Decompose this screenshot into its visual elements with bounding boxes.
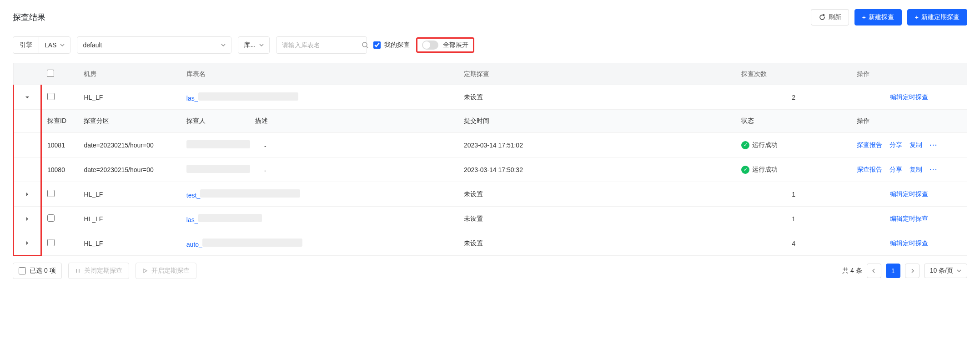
table-type-label: 库... <box>244 41 256 49</box>
row-check[interactable] <box>47 93 55 100</box>
cell-desc: - <box>264 167 266 174</box>
sub-row: 10081 date=20230215/hour=00 - 2023-03-14… <box>14 133 967 157</box>
edit-schedule-link[interactable]: 编辑定时探查 <box>890 215 928 222</box>
cell-count: 1 <box>736 207 851 231</box>
engine-label: 引擎 <box>13 37 39 53</box>
table-link[interactable]: test_ <box>186 192 200 199</box>
cell-desc: - <box>264 142 266 150</box>
search-input-wrap <box>276 36 367 54</box>
sub-th-status: 状态 <box>736 110 851 133</box>
table-link[interactable]: auto_ <box>186 241 202 248</box>
next-page-button[interactable] <box>905 264 920 278</box>
copy-link[interactable]: 复制 <box>910 141 922 149</box>
prev-page-button[interactable] <box>867 264 881 278</box>
cell-count: 2 <box>736 85 851 110</box>
copy-link[interactable]: 复制 <box>910 166 922 174</box>
sub-th-time: 提交时间 <box>458 110 736 133</box>
th-table: 库表名 <box>181 63 458 85</box>
row-check[interactable] <box>47 214 55 222</box>
close-schedule-button[interactable]: 关闭定期探查 <box>68 263 129 279</box>
refresh-button[interactable]: 刷新 <box>811 9 849 25</box>
table-type-select[interactable]: 库... <box>238 36 270 54</box>
search-input[interactable] <box>282 41 362 49</box>
expand-toggle[interactable] <box>23 190 32 199</box>
page-size-select[interactable]: 10 条/页 <box>924 264 967 278</box>
table-row: HL_LF auto_ 未设置 4 编辑定时探查 <box>14 231 967 256</box>
table-row: HL_LF las_ 未设置 2 编辑定时探查 <box>14 85 967 110</box>
th-check <box>41 63 79 85</box>
cell-schedule: 未设置 <box>458 182 736 207</box>
caret-right-icon <box>25 241 30 245</box>
engine-select[interactable]: 引擎 LAS <box>13 36 70 54</box>
new-scheduled-label: 新建定期探查 <box>921 13 960 21</box>
th-schedule: 定期探查 <box>458 63 736 85</box>
expand-toggle[interactable] <box>23 93 32 102</box>
obscured-text <box>198 92 298 101</box>
selected-label: 已选 0 项 <box>30 267 56 275</box>
th-expand <box>14 63 41 85</box>
cell-room: HL_LF <box>78 231 181 256</box>
row-check[interactable] <box>47 239 55 246</box>
refresh-label: 刷新 <box>829 13 841 21</box>
edit-schedule-link[interactable]: 编辑定时探查 <box>890 239 928 247</box>
my-probes-input[interactable] <box>373 41 381 49</box>
cell-probe-id: 10081 <box>41 133 79 157</box>
share-link[interactable]: 分享 <box>890 166 902 174</box>
plus-icon: + <box>862 14 866 21</box>
cell-room: HL_LF <box>78 182 181 207</box>
edit-schedule-link[interactable]: 编辑定时探查 <box>890 190 928 198</box>
chevron-left-icon <box>872 269 876 273</box>
cell-room: HL_LF <box>78 207 181 231</box>
table-link[interactable]: las_ <box>186 95 198 102</box>
page-header: 探查结果 刷新 + 新建探查 + 新建定期探查 <box>13 9 967 25</box>
chevron-down-icon <box>259 43 264 47</box>
page-1-button[interactable]: 1 <box>886 264 900 278</box>
header-actions: 刷新 + 新建探查 + 新建定期探查 <box>811 9 967 25</box>
total-label: 共 4 条 <box>842 267 862 275</box>
report-link[interactable]: 探查报告 <box>857 166 882 174</box>
new-probe-label: 新建探查 <box>869 13 894 21</box>
share-link[interactable]: 分享 <box>890 141 902 149</box>
selected-count-box: 已选 0 项 <box>13 263 62 279</box>
expand-toggle[interactable] <box>23 239 32 248</box>
new-scheduled-button[interactable]: + 新建定期探查 <box>907 9 967 25</box>
my-probes-checkbox[interactable]: 我的探查 <box>373 41 410 49</box>
expand-toggle[interactable] <box>23 214 32 223</box>
search-icon <box>362 41 369 49</box>
default-select[interactable]: default <box>77 36 231 54</box>
table-link[interactable]: las_ <box>186 216 198 223</box>
check-icon: ✓ <box>741 166 749 174</box>
close-schedule-label: 关闭定期探查 <box>84 267 122 275</box>
results-table: 机房 库表名 定期探查 探查次数 操作 HL_LF las_ 未设置 2 编辑定… <box>13 63 967 256</box>
caret-down-icon <box>25 95 30 100</box>
refresh-icon <box>819 14 826 21</box>
cell-schedule: 未设置 <box>458 231 736 256</box>
open-schedule-button[interactable]: 开启定期探查 <box>136 263 196 279</box>
cell-partition: date=20230215/hour=00 <box>78 157 181 182</box>
expand-all-switch-highlight: 全部展开 <box>416 37 474 53</box>
pause-icon <box>75 268 80 274</box>
report-link[interactable]: 探查报告 <box>857 141 882 149</box>
row-check[interactable] <box>47 190 55 197</box>
default-value: default <box>83 41 102 49</box>
th-count: 探查次数 <box>736 63 851 85</box>
more-icon[interactable]: ··· <box>930 142 938 149</box>
footer-check[interactable] <box>19 267 26 274</box>
svg-point-0 <box>362 42 367 47</box>
chevron-down-icon <box>957 269 961 273</box>
plus-icon: + <box>915 14 919 21</box>
check-all[interactable] <box>47 70 54 77</box>
edit-schedule-link[interactable]: 编辑定时探查 <box>890 93 928 101</box>
new-probe-button[interactable]: + 新建探查 <box>854 9 902 25</box>
cell-time: 2023-03-14 17:50:32 <box>458 157 736 182</box>
obscured-text <box>186 165 250 173</box>
expand-all-toggle[interactable] <box>422 41 438 50</box>
obscured-text <box>186 140 250 148</box>
sub-th-id: 探查ID <box>41 110 79 133</box>
status-success: ✓运行成功 <box>741 141 778 149</box>
check-icon: ✓ <box>741 141 749 149</box>
status-success: ✓运行成功 <box>741 166 778 174</box>
more-icon[interactable]: ··· <box>930 166 938 173</box>
caret-right-icon <box>25 217 30 221</box>
sub-th-user: 探查人 描述 <box>181 110 458 133</box>
